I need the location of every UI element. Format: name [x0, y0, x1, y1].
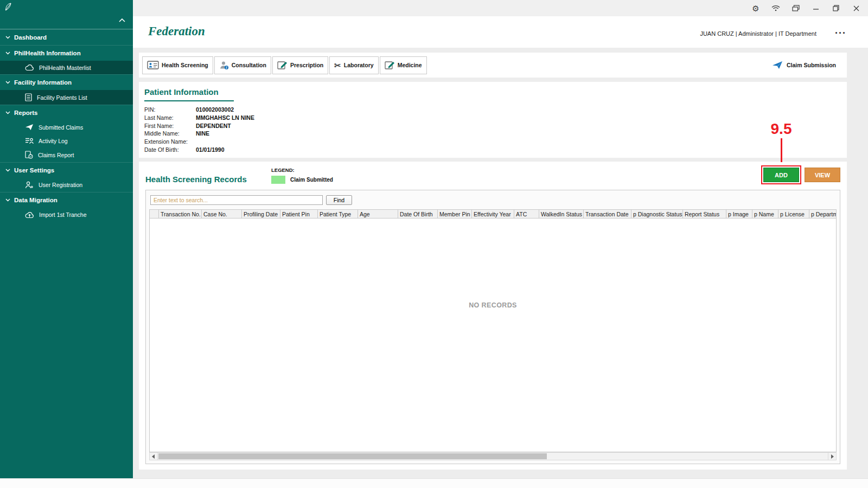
app-header: Federation JUAN CRUZ | Administrator | I… — [133, 16, 868, 48]
window-controls: ⚙ — [750, 0, 861, 16]
no-records-text: NO RECORDS — [469, 301, 517, 309]
records-title: Health Screening Records — [145, 175, 247, 184]
column-header-patient-type[interactable]: Patient Type — [318, 210, 358, 219]
sidebar-section-philhealth-information[interactable]: PhilHealth Information — [0, 45, 133, 61]
column-header-p-department[interactable]: p Department — [809, 210, 837, 219]
scrollbar-thumb[interactable] — [158, 453, 547, 459]
restore-window-icon[interactable] — [831, 3, 841, 14]
sidebar-item-label: Activity Log — [39, 138, 68, 144]
chevron-down-icon — [5, 52, 10, 55]
sidebar-section-label: Reports — [14, 110, 37, 116]
tab-laboratory[interactable]: ✂Laboratory — [329, 56, 378, 74]
view-button[interactable]: VIEW — [805, 168, 840, 182]
sidebar-section-label: User Settings — [14, 167, 54, 174]
consultation-icon: i — [219, 61, 229, 70]
tab-medicine[interactable]: Medicine — [380, 56, 427, 74]
legend-claim-submitted-label: Claim Submitted — [290, 177, 333, 183]
column-header-atc[interactable]: ATC — [514, 210, 539, 219]
gear-icon[interactable]: ⚙ — [750, 3, 761, 14]
patient-fields: PIN:010002003002Last Name:MMGHAHSC LN NI… — [144, 106, 841, 154]
patient-information-title: Patient Information — [144, 87, 234, 101]
sidebar-section-data-migration[interactable]: Data Migration — [0, 192, 133, 208]
tab-label: Consultation — [232, 62, 266, 68]
scroll-left-button[interactable] — [150, 453, 158, 460]
sidebar-item-import-1st-tranche[interactable]: Import 1st Tranche — [0, 208, 133, 222]
column-header-member-pin[interactable]: Member Pin — [438, 210, 472, 219]
records-actions: ADD VIEW — [761, 165, 840, 184]
sidebar-item-claims-report[interactable]: Claims Report — [0, 147, 133, 162]
sidebar-item-label: Submitted Claims — [39, 124, 83, 131]
legend-claim-submitted-swatch — [271, 176, 285, 184]
annotation-highlight-box: ADD — [761, 165, 801, 184]
column-header-p-image[interactable]: p Image — [726, 210, 752, 219]
scroll-right-button[interactable] — [828, 453, 836, 460]
column-header-case-no[interactable]: Case No. — [202, 210, 242, 219]
column-header-transaction-date[interactable]: Transaction Date — [584, 210, 631, 219]
tab-prescription[interactable]: Prescription — [272, 56, 328, 74]
minimize-icon[interactable] — [810, 3, 821, 14]
patient-field-date-of-birth: Date Of Birth:01/01/1990 — [144, 146, 841, 154]
claims-report-icon — [25, 151, 33, 159]
sidebar-section-reports[interactable]: Reports — [0, 105, 133, 120]
chevron-down-icon — [5, 81, 10, 84]
close-icon[interactable] — [851, 3, 861, 14]
field-label: Middle Name: — [144, 130, 196, 138]
overflow-menu-button[interactable]: ... — [835, 25, 846, 36]
health-screening-records-card: Health Screening Records LEGEND: Claim S… — [139, 162, 847, 470]
paper-plane-icon — [772, 61, 783, 69]
column-header-effectivity-year[interactable]: Effectivity Year — [472, 210, 514, 219]
activity-log-icon — [25, 137, 34, 144]
tab-health-screening[interactable]: Health Screening — [142, 56, 213, 74]
tab-label: Laboratory — [344, 62, 374, 68]
records-grid-panel: Find Transaction No.Case No.Profiling Da… — [145, 190, 840, 464]
main-content: Health ScreeningiConsultationPrescriptio… — [133, 48, 868, 478]
column-header-row-selector[interactable] — [150, 210, 159, 219]
column-header-p-license[interactable]: p License — [778, 210, 809, 219]
field-label: Extension Name: — [144, 138, 196, 146]
column-header-p-diagnostic-status[interactable]: p Diagnostic Status — [631, 210, 683, 219]
sidebar-collapse-button[interactable] — [119, 18, 125, 22]
column-header-date-of-birth[interactable]: Date Of Birth — [398, 210, 438, 219]
sidebar-section-facility-information[interactable]: Facility Information — [0, 74, 133, 90]
field-value: MMGHAHSC LN NINE — [196, 114, 254, 122]
sidebar-item-philhealth-masterlist[interactable]: PhilHealth Masterlist — [0, 61, 133, 74]
claim-submission-label: Claim Submission — [787, 62, 836, 68]
wifi-icon[interactable] — [770, 3, 781, 14]
sidebar-item-label: User Registration — [39, 182, 82, 188]
sidebar-item-user-registration[interactable]: User Registration — [0, 178, 133, 192]
cascade-windows-icon[interactable] — [790, 3, 801, 14]
horizontal-scrollbar[interactable] — [149, 452, 837, 460]
sidebar-section-user-settings[interactable]: User Settings — [0, 162, 133, 178]
search-input[interactable] — [150, 195, 323, 205]
claim-submission-button[interactable]: Claim Submission — [764, 61, 844, 69]
column-header-age[interactable]: Age — [358, 210, 398, 219]
prescription-icon — [277, 61, 288, 70]
column-header-walkedin-status[interactable]: WalkedIn Status — [539, 210, 584, 219]
sidebar-section-label: Data Migration — [14, 197, 58, 203]
column-header-p-name[interactable]: p Name — [752, 210, 778, 219]
patient-field-pin: PIN:010002003002 — [144, 106, 841, 114]
sidebar-section-dashboard[interactable]: Dashboard — [0, 29, 133, 45]
column-header-profiling-date[interactable]: Profiling Date — [242, 210, 280, 219]
sidebar-item-submitted-claims[interactable]: Submitted Claims — [0, 120, 133, 134]
tab-label: Health Screening — [162, 62, 208, 68]
field-label: First Name: — [144, 122, 196, 130]
patient-information-card: Patient Information PIN:010002003002Last… — [139, 82, 847, 158]
add-button[interactable]: ADD — [763, 168, 799, 182]
search-row: Find — [150, 195, 837, 205]
column-header-transaction-no[interactable]: Transaction No. — [159, 210, 202, 219]
chevron-down-icon — [5, 169, 10, 172]
sidebar-section-label: PhilHealth Information — [14, 50, 81, 56]
field-label: PIN: — [144, 106, 196, 114]
tab-consultation[interactable]: iConsultation — [214, 56, 271, 74]
field-value: DEPENDENT — [196, 122, 231, 130]
patient-field-last-name: Last Name:MMGHAHSC LN NINE — [144, 114, 841, 122]
column-header-patient-pin[interactable]: Patient Pin — [280, 210, 318, 219]
sidebar-item-facility-patients-list[interactable]: Facility Patients List — [0, 90, 133, 105]
column-header-report-status[interactable]: Report Status — [683, 210, 726, 219]
tab-label: Medicine — [398, 62, 422, 68]
sidebar-item-activity-log[interactable]: Activity Log — [0, 134, 133, 147]
chevron-down-icon — [5, 36, 10, 39]
bottom-strip — [0, 478, 868, 488]
find-button[interactable]: Find — [326, 195, 352, 205]
